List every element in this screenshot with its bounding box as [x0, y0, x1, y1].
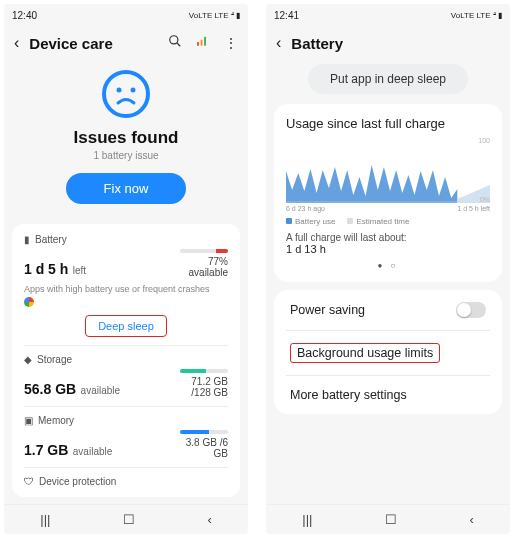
nav-back-icon[interactable]: ‹: [207, 512, 211, 527]
power-saving-label: Power saving: [290, 303, 365, 317]
battery-screen: 12:41 VoLTE LTE ⁴ ▮ ‹ Battery Put app in…: [266, 4, 510, 534]
page-title: Battery: [291, 35, 500, 52]
memory-bar: [180, 430, 228, 434]
memory-unit: available: [73, 446, 112, 457]
chart-y-min: 0%: [480, 196, 490, 203]
svg-point-0: [170, 36, 178, 44]
nav-bar: ||| ☐ ‹: [4, 504, 248, 534]
background-usage-limits-row[interactable]: Background usage limits: [286, 331, 490, 375]
svg-point-5: [104, 72, 148, 116]
chart-y-max: 100: [478, 137, 490, 144]
back-icon[interactable]: ‹: [276, 34, 281, 52]
storage-label: Storage: [37, 354, 72, 365]
status-bar: 12:41 VoLTE LTE ⁴ ▮: [266, 4, 510, 26]
back-icon[interactable]: ‹: [14, 34, 19, 52]
protection-label: Device protection: [39, 476, 116, 487]
nav-recent-icon[interactable]: |||: [302, 512, 312, 527]
memory-label: Memory: [38, 415, 74, 426]
usage-title: Usage since last full charge: [286, 116, 490, 131]
storage-value: 56.8 GB: [24, 381, 76, 397]
battery-pct: 77% available: [180, 256, 228, 278]
signal-icon[interactable]: [196, 34, 210, 52]
charge-value: 1 d 13 h: [286, 243, 490, 255]
status-time: 12:41: [274, 10, 299, 21]
charge-label: A full charge will last about:: [286, 232, 490, 243]
nav-home-icon[interactable]: ☐: [385, 512, 397, 527]
svg-rect-3: [201, 40, 203, 46]
more-battery-settings-row[interactable]: More battery settings: [286, 376, 490, 414]
legend-battery-icon: [286, 218, 292, 224]
svg-line-1: [177, 43, 181, 47]
battery-bar: [180, 249, 228, 253]
issues-subtitle: 1 battery issue: [12, 150, 240, 161]
storage-icon: ◆: [24, 354, 32, 365]
memory-icon: ▣: [24, 415, 33, 426]
chart-x-right: 1 d 5 h left: [457, 205, 490, 212]
svg-marker-8: [286, 165, 457, 203]
legend-est-icon: [347, 218, 353, 224]
power-saving-row[interactable]: Power saving: [286, 290, 490, 330]
status-time: 12:40: [12, 10, 37, 21]
pager-dots: ● ○: [286, 261, 490, 270]
battery-label: Battery: [35, 234, 67, 245]
status-bar: 12:40 VoLTE LTE ⁴ ▮: [4, 4, 248, 26]
storage-pct: 71.2 GB /128 GB: [180, 376, 228, 398]
put-app-deep-sleep-button[interactable]: Put app in deep sleep: [308, 64, 468, 94]
svg-point-7: [131, 88, 136, 93]
svg-point-6: [117, 88, 122, 93]
legend-est: Estimated time: [356, 217, 409, 226]
battery-value: 1 d 5 h: [24, 261, 68, 277]
status-indicators: VoLTE LTE ⁴ ▮: [451, 11, 502, 20]
battery-unit: left: [73, 265, 86, 276]
chrome-icon: [24, 297, 34, 307]
more-battery-label: More battery settings: [290, 388, 407, 402]
page-title: Device care: [29, 35, 158, 52]
battery-note: Apps with high battery use or frequent c…: [24, 284, 228, 294]
usage-chart: 100 0%: [286, 137, 490, 203]
power-saving-toggle[interactable]: [456, 302, 486, 318]
status-indicators: VoLTE LTE ⁴ ▮: [189, 11, 240, 20]
shield-icon: 🛡: [24, 476, 34, 487]
search-icon[interactable]: [168, 34, 182, 52]
nav-home-icon[interactable]: ☐: [123, 512, 135, 527]
battery-card[interactable]: ▮Battery 1 d 5 h left 77% available Apps…: [12, 224, 240, 497]
background-usage-limits-label: Background usage limits: [290, 343, 440, 363]
issues-title: Issues found: [12, 128, 240, 148]
battery-icon: ▮: [24, 234, 30, 245]
memory-value: 1.7 GB: [24, 442, 68, 458]
header: ‹ Battery: [266, 26, 510, 60]
header: ‹ Device care ⋮: [4, 26, 248, 60]
device-care-screen: 12:40 VoLTE LTE ⁴ ▮ ‹ Device care ⋮ Issu…: [4, 4, 248, 534]
memory-pct: 3.8 GB /6 GB: [180, 437, 228, 459]
usage-card[interactable]: Usage since last full charge 100 0% 6 d …: [274, 104, 502, 282]
deep-sleep-button[interactable]: Deep sleep: [85, 315, 167, 337]
nav-recent-icon[interactable]: |||: [40, 512, 50, 527]
settings-card: Power saving Background usage limits Mor…: [274, 290, 502, 414]
chart-x-left: 6 d 23 h ago: [286, 205, 325, 212]
nav-back-icon[interactable]: ‹: [469, 512, 473, 527]
more-icon[interactable]: ⋮: [224, 35, 238, 51]
svg-rect-4: [204, 37, 206, 46]
storage-bar: [180, 369, 228, 373]
legend-battery: Battery use: [295, 217, 335, 226]
nav-bar: ||| ☐ ‹: [266, 504, 510, 534]
storage-unit: available: [81, 385, 120, 396]
svg-rect-2: [197, 42, 199, 46]
status-face-icon: [100, 68, 152, 120]
fix-now-button[interactable]: Fix now: [66, 173, 187, 204]
